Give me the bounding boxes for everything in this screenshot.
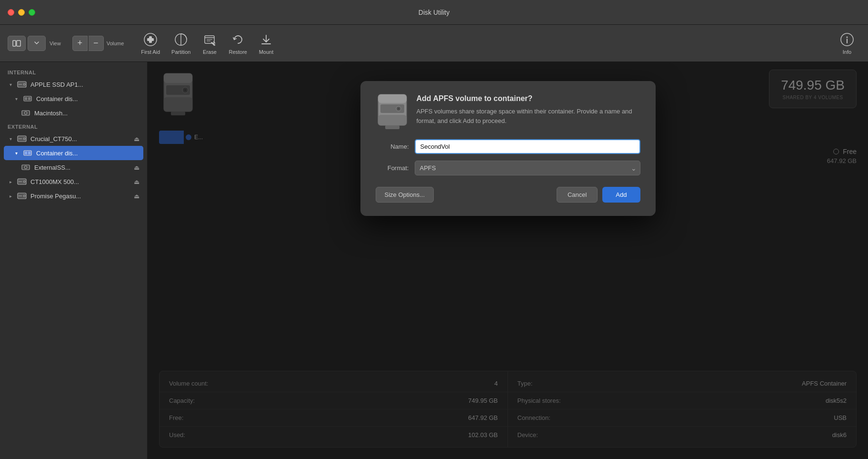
partition-button[interactable]: Partition [166, 29, 196, 58]
restore-label: Restore [229, 49, 247, 55]
restore-button[interactable]: Restore [223, 29, 253, 58]
container-icon [23, 94, 32, 103]
main-layout: Internal ▾ APPLE SSD AP1... ▾ [0, 62, 868, 459]
sidebar-item-label: APPLE SSD AP1... [30, 81, 83, 88]
eject-icon[interactable]: ⏏ [134, 135, 140, 143]
sidebar-item-ct1000mx[interactable]: ▸ CT1000MX 500... ⏏ [0, 174, 147, 189]
svg-rect-50 [385, 125, 399, 129]
erase-label: Erase [203, 49, 217, 55]
svg-rect-19 [25, 97, 27, 100]
minimize-button[interactable] [18, 9, 25, 16]
svg-rect-4 [147, 38, 154, 41]
dialog-description: APFS volumes share storage space within … [417, 107, 640, 125]
size-options-button[interactable]: Size Options... [376, 187, 434, 203]
first-aid-button[interactable]: First Aid [135, 29, 166, 58]
external-disk-icon [17, 134, 27, 143]
remove-volume-button[interactable]: − [89, 36, 104, 51]
add-volume-button[interactable]: + [72, 36, 88, 51]
svg-point-13 [847, 36, 848, 38]
format-value: APFS [420, 164, 436, 172]
erase-icon [202, 32, 217, 47]
toolbar: View + − Volume First Aid Parti [0, 25, 868, 62]
sidebar-item-promise[interactable]: ▸ Promise Pegasu... ⏏ [0, 189, 147, 203]
format-select-wrapper: APFS ⌄ [415, 161, 640, 175]
sidebar-item-label: Macintosh... [34, 110, 68, 117]
sidebar-item-label: CT1000MX 500... [30, 178, 79, 185]
sidebar-item-crucial[interactable]: ▾ Crucial_CT750... ⏏ [0, 132, 147, 146]
volume-label: Volume [107, 41, 124, 46]
partition-icon [173, 32, 189, 47]
chevron-right-icon: ▸ [8, 179, 13, 184]
title-bar: Disk Utility [0, 0, 868, 25]
traffic-lights [8, 9, 35, 16]
cancel-button[interactable]: Cancel [557, 187, 598, 203]
sidebar: Internal ▾ APPLE SSD AP1... ▾ [0, 62, 148, 459]
svg-rect-20 [28, 97, 30, 100]
svg-rect-45 [378, 94, 407, 103]
add-button[interactable]: Add [602, 187, 640, 203]
info-button[interactable]: Info [834, 29, 860, 58]
volume-icon [21, 108, 30, 118]
eject-icon[interactable]: ⏏ [134, 193, 140, 200]
format-select[interactable]: APFS [415, 161, 640, 175]
content-area: E... 749.95 GB SHARED BY 4 VOLUMES Free … [148, 62, 868, 459]
view-dropdown-button[interactable] [28, 36, 46, 51]
mount-button[interactable]: Mount [253, 29, 279, 58]
sidebar-item-label: Container dis... [36, 95, 78, 102]
dialog-header: Add APFS volume to container? APFS volum… [376, 94, 640, 128]
name-input[interactable] [415, 139, 640, 154]
partition-label: Partition [171, 49, 190, 55]
chevron-right-icon: ▸ [8, 193, 13, 199]
format-label: Format: [376, 164, 409, 172]
external-header: External [0, 120, 147, 132]
window-title: Disk Utility [419, 9, 449, 16]
eject-icon[interactable]: ⏏ [134, 164, 140, 171]
restore-icon [230, 32, 246, 47]
chevron-down-icon: ▾ [8, 82, 13, 87]
svg-rect-1 [17, 41, 20, 46]
dialog-disk-image [376, 94, 409, 128]
close-button[interactable] [8, 9, 14, 16]
dialog-overlay: Add APFS volume to container? APFS volum… [148, 62, 868, 459]
internal-header: Internal [0, 66, 147, 77]
external-disk-icon [17, 191, 27, 201]
view-sidebar-button[interactable] [8, 36, 26, 51]
disk-icon [17, 80, 27, 89]
sidebar-item-macintosh[interactable]: Macintosh... [0, 106, 147, 120]
dialog-right-buttons: Cancel Add [557, 187, 640, 203]
dialog-form: Name: Format: APFS ⌄ [376, 139, 640, 175]
sidebar-item-label: ExternalSS... [34, 164, 70, 171]
view-group: View [8, 36, 61, 51]
chevron-down-icon: ▾ [13, 96, 19, 102]
info-label: Info [843, 49, 851, 55]
erase-button[interactable]: Erase [196, 29, 223, 58]
eject-icon[interactable]: ⏏ [134, 178, 140, 185]
container-icon [23, 148, 32, 158]
dialog-text: Add APFS volume to container? APFS volum… [417, 94, 640, 128]
maximize-button[interactable] [29, 9, 35, 16]
add-apfs-dialog: Add APFS volume to container? APFS volum… [360, 81, 656, 216]
form-row-name: Name: [376, 139, 640, 154]
chevron-down-icon: ▾ [13, 150, 19, 156]
sidebar-item-label: Promise Pegasu... [30, 193, 81, 200]
dialog-title: Add APFS volume to container? [417, 94, 640, 103]
form-row-format: Format: APFS ⌄ [376, 161, 640, 175]
dialog-buttons: Size Options... Cancel Add [376, 187, 640, 203]
first-aid-icon [143, 32, 158, 47]
name-label: Name: [376, 143, 409, 150]
sidebar-item-apple-ssd[interactable]: ▾ APPLE SSD AP1... [0, 77, 147, 92]
svg-rect-46 [378, 115, 407, 125]
mount-label: Mount [259, 49, 274, 55]
volume-group: + − Volume [72, 36, 124, 51]
sidebar-item-container-internal[interactable]: ▾ Container dis... [0, 92, 147, 106]
sidebar-item-external-ss[interactable]: ExternalSS... ⏏ [0, 160, 147, 174]
svg-point-49 [398, 108, 399, 110]
sidebar-item-label: Container dis... [36, 150, 78, 157]
external-disk-icon [17, 177, 27, 186]
svg-rect-28 [28, 152, 30, 154]
first-aid-label: First Aid [141, 49, 160, 55]
sidebar-item-container-external[interactable]: ▾ Container dis... [4, 146, 143, 160]
info-icon [839, 32, 855, 47]
svg-rect-0 [13, 41, 16, 46]
view-label: View [50, 41, 61, 46]
